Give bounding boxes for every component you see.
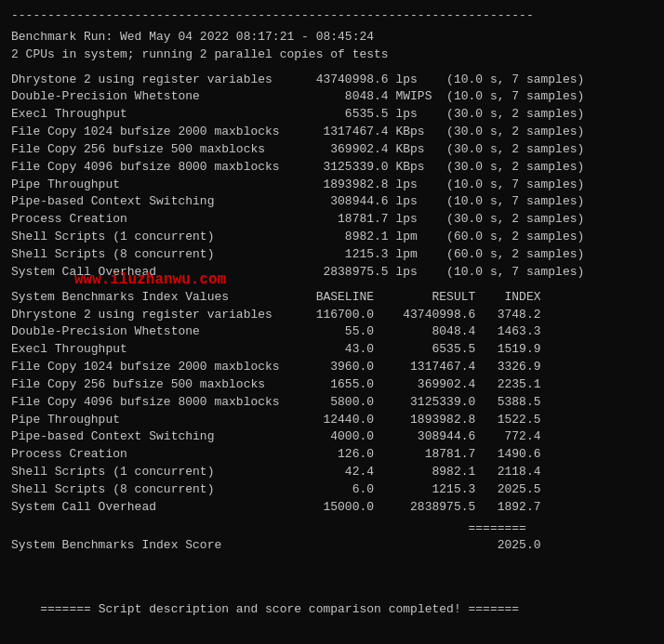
completion-section: ======= Script description and score com… <box>11 584 653 637</box>
benchmark-line: Execl Throughput 6535.5 lps (30.0 s, 2 s… <box>11 106 653 124</box>
final-score-line: System Benchmarks Index Score 2025.0 <box>11 537 653 555</box>
index-row: File Copy 256 bufsize 500 maxblocks 1655… <box>11 376 653 394</box>
watermark: www.iluzhanwu.com <box>74 269 226 291</box>
benchmark-line: Pipe-based Context Switching 308944.6 lp… <box>11 193 653 211</box>
benchmark-line: Double-Precision Whetstone 8048.4 MWIPS … <box>11 88 653 106</box>
benchmark-line: Dhrystone 2 using register variables 437… <box>11 72 653 89</box>
index-row: Double-Precision Whetstone 55.0 8048.4 1… <box>11 323 653 341</box>
benchmark-line: Shell Scripts (8 concurrent) 1215.3 lpm … <box>11 246 653 264</box>
separator-top: ----------------------------------------… <box>11 7 653 25</box>
benchmark-line: Shell Scripts (1 concurrent) 8982.1 lpm … <box>11 229 653 246</box>
equals-divider: ======== <box>11 520 653 538</box>
benchmark-line: Pipe Throughput 1893982.8 lps (10.0 s, 7… <box>11 177 653 194</box>
terminal-output: ----------------------------------------… <box>11 7 653 637</box>
index-row: File Copy 1024 bufsize 2000 maxblocks 39… <box>11 359 653 376</box>
index-row: Shell Scripts (8 concurrent) 6.0 1215.3 … <box>11 481 653 499</box>
index-header: System Benchmarks Index Values BASELINE … <box>11 289 653 307</box>
header-line2: 2 CPUs in system; running 2 parallel cop… <box>11 46 653 64</box>
header-line1: Benchmark Run: Wed May 04 2022 08:17:21 … <box>11 29 653 46</box>
index-row: File Copy 4096 bufsize 8000 maxblocks 58… <box>11 394 653 412</box>
benchmark-line: File Copy 256 bufsize 500 maxblocks 3699… <box>11 141 653 159</box>
blank-line <box>11 555 653 572</box>
index-row: Process Creation 126.0 18781.7 1490.6 <box>11 446 653 464</box>
index-row: Shell Scripts (1 concurrent) 42.4 8982.1… <box>11 464 653 481</box>
benchmark-line: Process Creation 18781.7 lps (30.0 s, 2 … <box>11 211 653 229</box>
index-row: System Call Overhead 15000.0 2838975.5 1… <box>11 499 653 517</box>
index-section: System Benchmarks Index Values BASELINE … <box>11 289 653 517</box>
index-row: Pipe Throughput 12440.0 1893982.8 1522.5 <box>11 412 653 429</box>
benchmark-line: File Copy 4096 bufsize 8000 maxblocks 31… <box>11 159 653 177</box>
index-row: Execl Throughput 43.0 6535.5 1519.9 <box>11 341 653 359</box>
index-row: Dhrystone 2 using register variables 116… <box>11 307 653 324</box>
final-section: ========System Benchmarks Index Score 20… <box>11 520 653 573</box>
index-row: Pipe-based Context Switching 4000.0 3089… <box>11 428 653 446</box>
benchmark-line: File Copy 1024 bufsize 2000 maxblocks 13… <box>11 124 653 141</box>
completion-message: ======= Script description and score com… <box>40 602 519 616</box>
benchmark-results: Dhrystone 2 using register variables 437… <box>11 72 653 282</box>
